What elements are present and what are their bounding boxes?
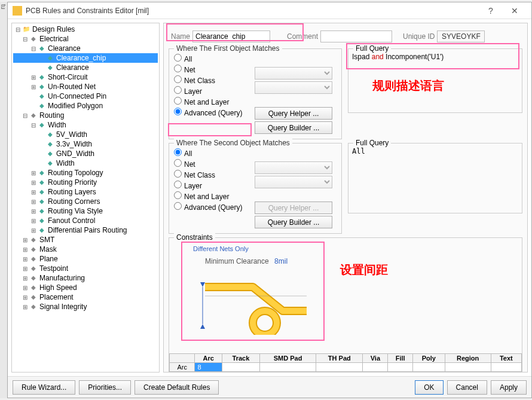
tree-node-plane[interactable]: ◆Plane (13, 254, 158, 264)
tree-node-gnd-width[interactable]: ◆GND_Width (13, 149, 158, 158)
match-option-net-class[interactable]: Net Class (174, 170, 255, 179)
cell-empty[interactable] (222, 363, 259, 372)
tree-node-width[interactable]: ◆Width (13, 120, 158, 130)
min-clearance-value[interactable]: 8mil (274, 257, 288, 265)
tree-node-modified-polygon[interactable]: ◆Modified Polygon (13, 101, 158, 111)
expand-icon[interactable] (30, 82, 37, 92)
close-button[interactable]: ✕ (503, 4, 527, 18)
expand-icon[interactable] (30, 120, 37, 130)
left-dock-tab[interactable]: tu (0, 2, 7, 11)
tree-node-un-routed-net[interactable]: ◆Un-Routed Net (13, 82, 158, 91)
tree-node-smt[interactable]: ◆SMT (13, 235, 158, 245)
tree-node-routing[interactable]: ◆Routing (13, 111, 158, 120)
cell-empty[interactable] (412, 363, 445, 372)
full-query-text-1[interactable]: Ispad and Incomponent('U1') (352, 53, 518, 61)
help-button[interactable]: ? (479, 4, 503, 18)
match-option-layer[interactable]: Layer (174, 181, 255, 190)
query-builder-button-1[interactable]: Query Builder ... (255, 121, 332, 134)
expand-icon[interactable] (30, 197, 37, 207)
match-option-all[interactable]: All (174, 54, 255, 63)
name-input[interactable] (192, 30, 270, 42)
tree-node-un-connected-pin[interactable]: ◆Un-Connected Pin (13, 91, 158, 101)
col-TH Pad[interactable]: TH Pad (316, 354, 363, 363)
tree-node-clearance[interactable]: ◆Clearance (13, 44, 158, 53)
match-option-net[interactable]: Net (174, 159, 255, 169)
expand-icon[interactable] (22, 111, 29, 121)
expand-icon[interactable] (22, 292, 29, 303)
expand-icon[interactable] (30, 206, 37, 216)
tree-node-placement[interactable]: ◆Placement (13, 292, 158, 302)
expand-icon[interactable] (22, 273, 29, 283)
tree-node-design-rules[interactable]: 📁Design Rules (13, 25, 158, 34)
comment-input[interactable] (320, 30, 392, 42)
match-option-net-and-layer[interactable]: Net and Layer (174, 191, 255, 201)
tree-node-testpoint[interactable]: ◆Testpoint (13, 264, 158, 273)
expand-icon[interactable] (22, 264, 29, 274)
expand-icon[interactable] (22, 34, 29, 44)
tree-node-routing-corners[interactable]: ◆Routing Corners (13, 197, 158, 206)
clearance-matrix[interactable]: ArcTrackSMD PadTH PadViaFillPolyRegionTe… (169, 353, 522, 372)
expand-icon[interactable] (30, 225, 37, 236)
col-Track[interactable]: Track (222, 354, 259, 363)
full-query-text-2[interactable]: All (352, 147, 518, 155)
tree-node-width[interactable]: ◆Width (13, 158, 158, 168)
expand-icon[interactable] (22, 235, 29, 245)
tree-node-electrical[interactable]: ◆Electrical (13, 34, 158, 44)
expand-icon[interactable] (30, 216, 37, 226)
rule-wizard-button[interactable]: Rule Wizard... (13, 380, 75, 395)
expand-icon[interactable] (22, 283, 29, 293)
tree-node-fanout-control[interactable]: ◆Fanout Control (13, 216, 158, 225)
expand-icon[interactable] (30, 44, 37, 54)
cell-empty[interactable] (388, 363, 412, 372)
tree-node-3-3v-width[interactable]: ◆3.3v_Width (13, 139, 158, 149)
expand-icon[interactable] (22, 245, 29, 255)
tree-node-routing-topology[interactable]: ◆Routing Topology (13, 168, 158, 178)
col-Via[interactable]: Via (363, 354, 388, 363)
expand-icon[interactable] (30, 168, 37, 178)
cell-empty[interactable] (491, 363, 521, 372)
match-option-layer[interactable]: Layer (174, 86, 255, 96)
priorities-button[interactable]: Priorities... (79, 380, 131, 395)
cell-empty[interactable] (445, 363, 491, 372)
expand-icon[interactable] (30, 178, 37, 188)
expand-icon[interactable] (30, 187, 37, 197)
cell-empty[interactable] (316, 363, 363, 372)
tree-node-clearance-chip[interactable]: ◆Clearance_chip (13, 53, 158, 63)
match-option-advanced-query-[interactable]: Advanced (Query) (174, 108, 255, 117)
ok-button[interactable]: OK (415, 380, 443, 395)
expand-icon[interactable] (30, 72, 37, 83)
col-Poly[interactable]: Poly (412, 354, 445, 363)
tree-node-routing-priority[interactable]: ◆Routing Priority (13, 178, 158, 187)
tree-node-differential-pairs-routing[interactable]: ◆Differential Pairs Routing (13, 225, 158, 235)
tree-node-short-circuit[interactable]: ◆Short-Circuit (13, 72, 158, 82)
col-blank[interactable] (170, 354, 195, 363)
cell-empty[interactable] (259, 363, 316, 372)
tree-node-routing-layers[interactable]: ◆Routing Layers (13, 187, 158, 197)
expand-icon[interactable] (14, 25, 22, 35)
tree-node-clearance[interactable]: ◆Clearance (13, 63, 158, 72)
match-option-net-class[interactable]: Net Class (174, 75, 255, 85)
match-option-all[interactable]: All (174, 148, 255, 158)
tree-node-high-speed[interactable]: ◆High Speed (13, 283, 158, 292)
rules-tree[interactable]: 📁Design Rules◆Electrical◆Clearance◆Clear… (11, 23, 160, 372)
tree-node-signal-integrity[interactable]: ◆Signal Integrity (13, 302, 158, 312)
row-label[interactable]: Arc (170, 363, 195, 372)
expand-icon[interactable] (22, 302, 29, 312)
col-Fill[interactable]: Fill (388, 354, 412, 363)
apply-button[interactable]: Apply (491, 380, 527, 395)
tree-node-manufacturing[interactable]: ◆Manufacturing (13, 273, 158, 283)
constraint-mode[interactable]: Different Nets Only (193, 245, 313, 252)
cancel-button[interactable]: Cancel (447, 380, 487, 395)
expand-icon[interactable] (22, 254, 29, 264)
cell-empty[interactable] (363, 363, 388, 372)
match-option-advanced-query-[interactable]: Advanced (Query) (174, 202, 255, 212)
col-Arc[interactable]: Arc (195, 354, 222, 363)
col-SMD Pad[interactable]: SMD Pad (259, 354, 316, 363)
col-Text[interactable]: Text (491, 354, 521, 363)
tree-node-mask[interactable]: ◆Mask (13, 245, 158, 254)
col-Region[interactable]: Region (445, 354, 491, 363)
create-default-rules-button[interactable]: Create Default Rules (134, 380, 219, 395)
tree-node-5v-width[interactable]: ◆5V_Width (13, 130, 158, 139)
query-helper-button-1[interactable]: Query Helper ... (255, 107, 332, 120)
match-option-net-and-layer[interactable]: Net and Layer (174, 97, 255, 106)
